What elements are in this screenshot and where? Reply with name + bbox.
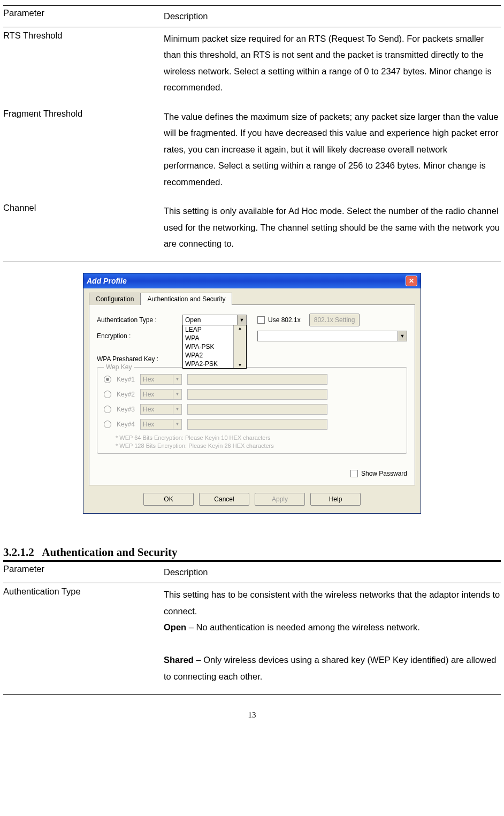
fragment-threshold-label: Fragment Threshold [3, 105, 164, 200]
show-password-label: Show Passward [361, 470, 407, 477]
wep-key4-format[interactable]: Hex▼ [140, 419, 182, 430]
wep-key-group: Wep Key Key#1 Hex▼ Key#2 Hex▼ [97, 367, 407, 454]
use-8021x-checkbox[interactable]: Use 802.1x [257, 316, 301, 324]
wep-key1-label: Key#1 [117, 376, 135, 383]
wep-hint-128: * WEP 128 Bits Encryption: Please Keyin … [116, 442, 400, 450]
chevron-down-icon: ▼ [173, 375, 181, 384]
wep-hint-64: * WEP 64 Bits Encryption: Please Keyin 1… [116, 434, 400, 442]
rts-threshold-label: RTS Threshold [3, 27, 164, 105]
ok-button[interactable]: OK [143, 493, 194, 506]
auth-type-dropdown-list[interactable]: LEAP WPA WPA-PSK WPA2 WPA2-PSK ▲▼ [182, 325, 247, 369]
shared-mode-text: – Only wireless devices using a shared k… [164, 655, 496, 681]
apply-button[interactable]: Apply [255, 493, 305, 506]
chevron-down-icon: ▼ [398, 331, 407, 341]
wep-key-legend: Wep Key [104, 363, 134, 371]
wep-key1-input[interactable] [187, 374, 327, 385]
auth-type-value: Open [185, 316, 237, 324]
auth-type-param: Authentication Type [3, 583, 164, 695]
8021x-setting-button[interactable]: 802.1x Setting [309, 314, 360, 326]
table2-header-parameter: Parameter [3, 562, 164, 583]
shared-mode-label: Shared [164, 655, 194, 665]
channel-desc: This setting is only available for Ad Ho… [164, 200, 501, 262]
section-heading: 3.2.1.2 Authentication and Security [3, 546, 501, 561]
chevron-down-icon: ▼ [173, 390, 181, 399]
help-button[interactable]: Help [310, 493, 361, 506]
wep-key1-radio[interactable] [104, 376, 111, 383]
page-number: 13 [3, 711, 501, 720]
wep-key3-radio[interactable] [104, 406, 111, 413]
channel-label: Channel [3, 200, 164, 262]
wep-key2-format[interactable]: Hex▼ [140, 389, 182, 400]
wep-key2-label: Key#2 [117, 391, 135, 398]
open-mode-label: Open [164, 622, 186, 632]
auth-type-intro: This setting has to be consistent with t… [164, 590, 500, 616]
rts-threshold-desc: Minimum packet size required for an RTS … [164, 27, 501, 105]
parameter-table-2: Parameter Description Authentication Typ… [3, 561, 501, 695]
wep-key4-radio[interactable] [104, 421, 111, 428]
tab-auth-security[interactable]: Authentication and Security [140, 293, 232, 305]
wep-key3-input[interactable] [187, 404, 327, 415]
add-profile-dialog: Add Profile ✕ Configuration Authenticati… [83, 273, 421, 514]
close-icon[interactable]: ✕ [406, 276, 417, 286]
dropdown-scrollbar[interactable]: ▲▼ [233, 325, 246, 368]
wep-key2-radio[interactable] [104, 391, 111, 398]
encryption-label: Encryption : [97, 332, 182, 340]
auth-type-desc: This setting has to be consistent with t… [164, 583, 501, 695]
wep-key4-input[interactable] [187, 419, 327, 430]
dialog-titlebar[interactable]: Add Profile ✕ [83, 273, 421, 288]
cancel-button[interactable]: Cancel [199, 493, 249, 506]
auth-type-label: Authentication Type : [97, 316, 182, 324]
chevron-down-icon: ▼ [237, 315, 246, 325]
wep-key3-label: Key#3 [117, 406, 135, 413]
use-8021x-label: Use 802.1x [268, 316, 301, 324]
wep-key4-label: Key#4 [117, 421, 135, 428]
wep-key1-format[interactable]: Hex▼ [140, 374, 182, 385]
parameter-table-1: Parameter Description RTS Threshold Mini… [3, 5, 501, 262]
psk-label: WPA Preshared Key : [97, 355, 182, 363]
auth-type-select[interactable]: Open ▼ [182, 315, 247, 325]
open-mode-text: – No authentication is needed among the … [186, 622, 420, 632]
show-password-checkbox[interactable]: Show Passward [350, 470, 407, 477]
chevron-down-icon: ▼ [173, 405, 181, 414]
wep-key2-input[interactable] [187, 389, 327, 400]
section-title: Authentication and Security [42, 546, 177, 559]
dialog-title: Add Profile [87, 277, 127, 285]
chevron-down-icon: ▼ [173, 420, 181, 429]
table1-header-parameter: Parameter [3, 6, 164, 27]
fragment-threshold-desc: The value defines the maximum size of pa… [164, 105, 501, 200]
section-number: 3.2.1.2 [3, 546, 34, 559]
table2-header-description: Description [164, 562, 501, 583]
tab-configuration[interactable]: Configuration [89, 293, 141, 305]
table1-header-description: Description [164, 6, 501, 27]
wep-key3-format[interactable]: Hex▼ [140, 404, 182, 415]
encryption-select[interactable]: ▼ [257, 331, 407, 341]
